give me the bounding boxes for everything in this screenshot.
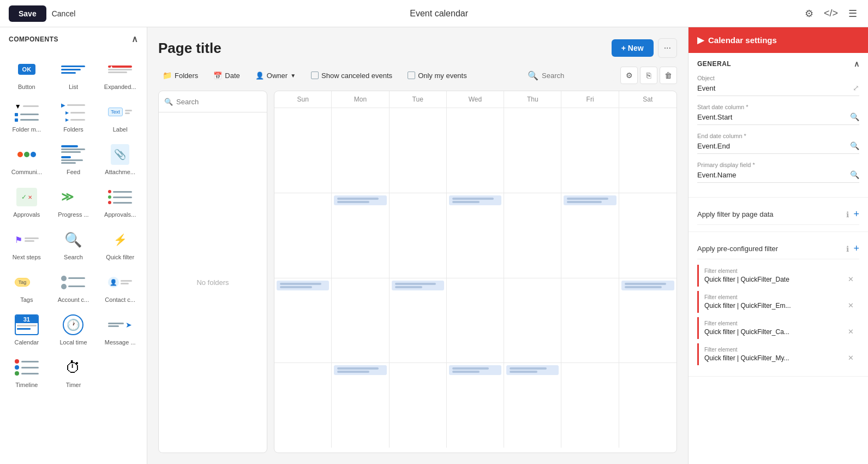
calendar-cell[interactable] (390, 193, 447, 278)
component-item-label[interactable]: Text Label (98, 96, 142, 136)
component-item-list[interactable]: List (51, 53, 96, 93)
more-button[interactable]: ··· (658, 38, 677, 58)
end-date-search-icon[interactable]: 🔍 (850, 141, 859, 150)
component-item-progress[interactable]: ≫ Progress ... (51, 181, 96, 221)
filter-element-2-remove[interactable]: ✕ (848, 301, 854, 310)
calendar-cell[interactable] (504, 108, 561, 193)
calendar-cell[interactable] (447, 363, 504, 448)
show-canceled-checkbox[interactable] (311, 72, 319, 79)
apply-filter-page-row[interactable]: Apply filter by page data ℹ + (697, 204, 859, 225)
component-item-tags[interactable]: Tag Tags (4, 266, 49, 306)
save-button[interactable]: Save (9, 5, 46, 22)
component-item-localtime[interactable]: 🕐 Local time (51, 308, 96, 349)
component-item-nextsteps[interactable]: ⚑ Next steps (4, 223, 49, 264)
code-icon[interactable]: </> (824, 7, 837, 20)
component-item-calendar[interactable]: 31 Calendar (4, 308, 49, 349)
folders-search-input[interactable] (176, 98, 267, 106)
object-value: Event ⤢ (697, 84, 859, 96)
filter-element-4-remove[interactable]: ✕ (848, 354, 854, 362)
component-item-message[interactable]: ➤ Message ... (98, 308, 142, 349)
component-item-feed[interactable]: Feed (51, 138, 96, 179)
component-item-expanded[interactable]: ▲ Expanded... (98, 53, 142, 93)
panel-arrow-icon[interactable]: ▶ (697, 35, 704, 45)
calendar-cell[interactable] (332, 108, 389, 193)
component-label-expanded: Expanded... (104, 84, 136, 90)
calendar-cell[interactable] (274, 193, 332, 278)
apply-filter-pre-row[interactable]: Apply pre-configured filter ℹ + (697, 239, 859, 259)
settings-icon[interactable]: ⚙ (803, 7, 816, 20)
folder-menu-icon: ▼ (10, 100, 43, 124)
calendar-cell[interactable] (274, 363, 332, 448)
end-date-field: End date column * Event.End 🔍 (697, 133, 859, 154)
sidebar-collapse-icon[interactable]: ∧ (131, 34, 139, 44)
day-sat: Sat (619, 91, 677, 108)
calendar-cell[interactable] (561, 278, 619, 363)
toolbar-owner[interactable]: 👤 Owner ▼ (251, 69, 300, 82)
component-item-button[interactable]: OK Button (4, 53, 49, 93)
calendar-cell[interactable] (619, 278, 677, 363)
component-item-folders[interactable]: ▶ ▶ ▶ Folders (51, 96, 96, 136)
filter-page-actions: ℹ + (846, 209, 859, 220)
filter-pre-info-icon[interactable]: ℹ (846, 245, 849, 253)
calendar-cell[interactable] (332, 278, 389, 363)
object-expand-icon[interactable]: ⤢ (853, 84, 859, 92)
component-item-approvals2[interactable]: Approvals... (98, 181, 142, 221)
component-item-attachment[interactable]: 📎 Attachme... (98, 138, 142, 179)
calendar-cell[interactable] (447, 108, 504, 193)
filter-page-add-button[interactable]: + (853, 209, 859, 220)
settings-view-button[interactable]: ⚙ (620, 67, 638, 84)
component-item-account[interactable]: Account c... (51, 266, 96, 306)
primary-display-search-icon[interactable]: 🔍 (850, 170, 859, 179)
filter-element-1-remove[interactable]: ✕ (848, 275, 854, 283)
feed-icon (57, 142, 89, 166)
component-item-search[interactable]: 🔍 Search (51, 223, 96, 264)
new-button[interactable]: + New (612, 39, 654, 57)
component-item-contact[interactable]: 👤 Contact c... (98, 266, 142, 306)
calendar-cell[interactable] (504, 363, 561, 448)
toolbar-only-my[interactable]: Only my events (403, 69, 471, 82)
calendar-cell[interactable] (619, 193, 677, 278)
calendar-row-1 (274, 108, 677, 193)
filter-page-info-icon[interactable]: ℹ (846, 210, 849, 219)
toolbar-show-canceled[interactable]: Show canceled events (307, 69, 397, 82)
component-item-timer[interactable]: ⏱ Timer (51, 351, 96, 391)
calendar-cell[interactable] (504, 193, 561, 278)
toolbar-date[interactable]: 📅 Date (209, 69, 244, 82)
calendar-cell[interactable] (504, 278, 561, 363)
menu-icon[interactable]: ☰ (846, 7, 859, 20)
calendar-cell[interactable] (390, 108, 447, 193)
object-label: Object (697, 75, 859, 81)
calendar-cell[interactable] (619, 363, 677, 448)
delete-button[interactable]: 🗑 (660, 67, 677, 84)
content-area: Page title + New ··· 📁 Folders 📅 Date 👤 … (147, 27, 688, 464)
approvals2-icon (104, 185, 136, 209)
toolbar-folders[interactable]: 📁 Folders (158, 69, 202, 82)
start-date-search-icon[interactable]: 🔍 (850, 112, 859, 121)
component-item-timeline[interactable]: Timeline (4, 351, 49, 391)
search-input[interactable] (542, 72, 607, 80)
calendar-cell[interactable] (390, 278, 447, 363)
component-item-quickfilter[interactable]: ⚡ Quick filter (98, 223, 142, 264)
component-item-folder-menu[interactable]: ▼ Folder m... (4, 96, 49, 136)
calendar-cell[interactable] (274, 278, 332, 363)
component-item-approvals[interactable]: ✓ ✕ Approvals (4, 181, 49, 221)
calendar-cell[interactable] (447, 278, 504, 363)
calendar-cell[interactable] (332, 193, 389, 278)
calendar-cell[interactable] (332, 363, 389, 448)
calendar-cell[interactable] (390, 363, 447, 448)
calendar-cell[interactable] (561, 193, 619, 278)
filter-element-3-remove[interactable]: ✕ (848, 328, 854, 336)
section-collapse-icon[interactable]: ∧ (854, 60, 860, 68)
component-label-timer: Timer (66, 382, 81, 388)
calendar-cell[interactable] (561, 363, 619, 448)
filter-pre-add-button[interactable]: + (853, 243, 859, 254)
only-my-checkbox[interactable] (408, 72, 415, 79)
calendar-cell[interactable] (274, 108, 332, 193)
copy-button[interactable]: ⎘ (640, 67, 657, 84)
component-item-communi[interactable]: Communi... (4, 138, 49, 179)
calendar-cell[interactable] (619, 108, 677, 193)
calendar-cell[interactable] (561, 108, 619, 193)
calendar-cell[interactable] (447, 193, 504, 278)
component-label-timeline: Timeline (15, 382, 38, 388)
cancel-button[interactable]: Cancel (52, 9, 76, 18)
